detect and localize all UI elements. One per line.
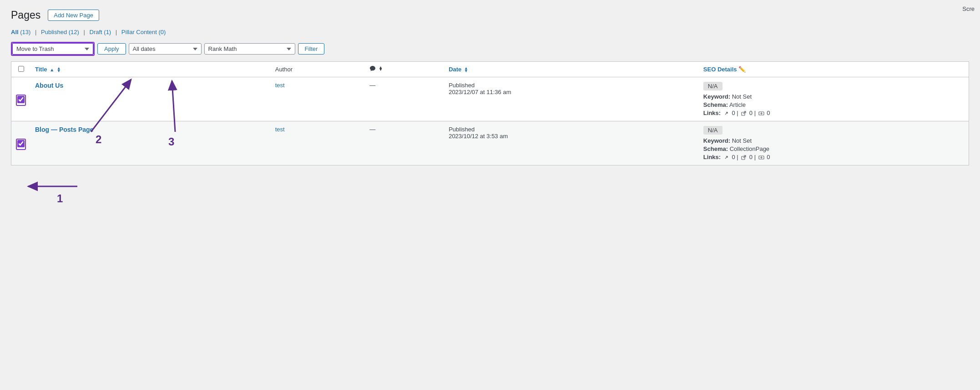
- title-header-label: Title: [35, 66, 47, 73]
- pages-table: Title ▲▼ Author ▲▼: [11, 62, 969, 165]
- toolbar: Move to Trash Apply All dates Rank Math …: [11, 42, 969, 56]
- row-2-title-link[interactable]: Blog — Posts Page: [35, 126, 93, 133]
- seo-edit-icon[interactable]: ✏️: [738, 66, 746, 73]
- filter-all-link[interactable]: All (13): [11, 29, 30, 35]
- page-title: Pages: [11, 9, 40, 21]
- row-1-checkbox[interactable]: [17, 96, 25, 103]
- table-row: About Us test — Published 2023/12/07 at …: [11, 77, 969, 121]
- comments-sort-arrows: ▲▼: [379, 66, 383, 71]
- filter-published-link[interactable]: Published (12): [41, 29, 79, 35]
- row-2-seo-cell: N/A Keyword: Not Set Schema: CollectionP…: [699, 121, 969, 165]
- row-2-author-link[interactable]: test: [275, 126, 285, 133]
- row-2-checkbox[interactable]: [17, 140, 25, 147]
- title-sort-icon: [49, 66, 54, 73]
- date-column-header[interactable]: Date ▲▼: [444, 62, 699, 77]
- annotation-arrows: 1 2 3: [0, 0, 980, 390]
- row-2-seo-badge: N/A: [703, 126, 722, 135]
- row-2-links-line: Links: 0 | 0 | 0: [703, 154, 964, 160]
- row-1-title-link[interactable]: About Us: [35, 82, 63, 89]
- add-new-page-button[interactable]: Add New Page: [48, 10, 99, 21]
- row-1-seo-badge: N/A: [703, 82, 722, 90]
- row-1-internal-link-icon: [723, 110, 729, 116]
- seo-column-header: SEO Details ✏️: [699, 62, 969, 77]
- svg-text:1: 1: [57, 192, 63, 205]
- select-all-checkbox[interactable]: [18, 66, 24, 72]
- row-2-check-outline: [16, 139, 26, 150]
- row-2-external-link-icon: [741, 155, 747, 160]
- dates-select[interactable]: All dates: [129, 43, 202, 55]
- row-2-check-cell: [11, 121, 30, 165]
- filter-draft-link[interactable]: Draft (1): [90, 29, 111, 35]
- row-1-links-line: Links: 0 | 0 | 0: [703, 110, 964, 116]
- row-1-check-outline: [16, 95, 26, 106]
- row-2-affiliate-link-icon: [758, 155, 764, 160]
- date-sort-arrows: ▲▼: [464, 67, 468, 72]
- row-2-schema-line: Schema: CollectionPage: [703, 145, 964, 152]
- row-2-internal-link-icon: [723, 155, 729, 160]
- bulk-action-wrapper: Move to Trash: [11, 42, 95, 56]
- row-1-seo-cell: N/A Keyword: Not Set Schema: Article Lin…: [699, 77, 969, 121]
- comments-column-header: ▲▼: [365, 62, 444, 77]
- row-2-keyword-line: Keyword: Not Set: [703, 137, 964, 144]
- row-1-schema-line: Schema: Article: [703, 101, 964, 108]
- row-2-comments-cell: —: [365, 121, 444, 165]
- row-1-comments-cell: —: [365, 77, 444, 121]
- row-1-date-time: 2023/12/07 at 11:36 am: [449, 89, 694, 95]
- row-2-title-cell: Blog — Posts Page: [30, 121, 271, 165]
- table-row: Blog — Posts Page test — Published 2023/…: [11, 121, 969, 165]
- row-1-external-link-icon: [741, 110, 747, 116]
- row-1-affiliate-link-icon: [758, 110, 764, 116]
- filter-links: All (13) | Published (12) | Draft (1) | …: [11, 29, 969, 35]
- filter-pillar-link[interactable]: Pillar Content (0): [121, 29, 166, 35]
- apply-button[interactable]: Apply: [97, 43, 126, 55]
- select-all-header: [11, 62, 30, 77]
- screen-options-button[interactable]: Scre: [957, 4, 980, 14]
- row-2-date-time: 2023/10/12 at 3:53 am: [449, 133, 694, 140]
- rank-math-select[interactable]: Rank Math: [204, 43, 295, 55]
- row-1-title-cell: About Us: [30, 77, 271, 121]
- row-1-author-link[interactable]: test: [275, 82, 285, 89]
- page-header: Pages Add New Page: [11, 9, 969, 21]
- page-wrapper: Scre Pages Add New Page All (13) | Publi…: [0, 0, 980, 390]
- row-2-author-cell: test: [271, 121, 365, 165]
- comments-icon-group: ▲▼: [369, 65, 383, 72]
- row-1-date-status: Published: [449, 82, 694, 89]
- comment-bubble-icon: [369, 65, 376, 72]
- row-1-check-cell: [11, 77, 30, 121]
- title-sort-arrows: ▲▼: [57, 67, 61, 72]
- row-1-author-cell: test: [271, 77, 365, 121]
- row-1-date-cell: Published 2023/12/07 at 11:36 am: [444, 77, 699, 121]
- bulk-action-select[interactable]: Move to Trash: [12, 43, 94, 55]
- pages-table-wrapper: Title ▲▼ Author ▲▼: [11, 61, 969, 165]
- row-2-date-status: Published: [449, 126, 694, 133]
- author-column-header: Author: [271, 62, 365, 77]
- filter-button[interactable]: Filter: [298, 43, 325, 55]
- row-1-keyword-line: Keyword: Not Set: [703, 93, 964, 100]
- title-column-header[interactable]: Title ▲▼: [30, 62, 271, 77]
- row-2-date-cell: Published 2023/10/12 at 3:53 am: [444, 121, 699, 165]
